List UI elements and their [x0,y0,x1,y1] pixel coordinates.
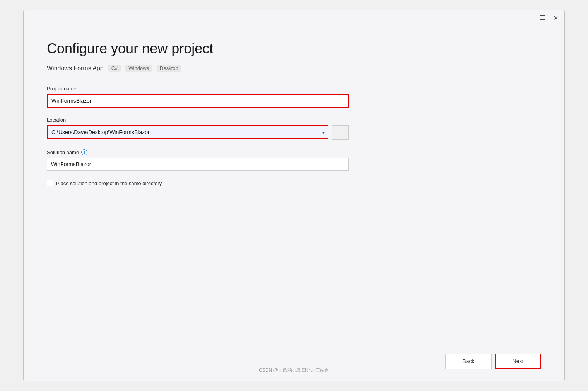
info-icon[interactable]: i [81,149,87,155]
tag-desktop: Desktop [157,65,181,72]
tag-csharp: C# [108,65,121,72]
footer: Back Next [24,346,564,381]
same-directory-row: Place solution and project in the same d… [47,180,349,186]
form-section: Project name Location C:\Users\Dave\Desk… [47,86,349,186]
tag-windows: Windows [125,65,152,72]
solution-name-input[interactable] [47,158,349,171]
solution-name-label: Solution name i [47,149,349,155]
back-button[interactable]: Back [445,354,492,369]
close-button[interactable]: ✕ [551,14,560,22]
location-group: Location C:\Users\Dave\Desktop\WinFormsB… [47,117,349,140]
title-bar: 🗖 ✕ [24,10,564,25]
subtitle-row: Windows Forms App C# Windows Desktop [47,65,541,72]
solution-name-group: Solution name i [47,149,349,171]
maximize-button[interactable]: 🗖 [538,14,547,22]
page-title: Configure your new project [47,41,541,57]
location-input[interactable]: C:\Users\Dave\Desktop\WinFormsBlazor [47,125,328,139]
same-directory-label: Place solution and project in the same d… [56,180,162,186]
location-label: Location [47,117,349,123]
project-name-label: Project name [47,86,349,92]
project-name-input[interactable] [47,94,349,108]
location-input-wrapper: C:\Users\Dave\Desktop\WinFormsBlazor ▼ [47,125,328,140]
main-window: 🗖 ✕ Configure your new project Windows F… [23,10,565,381]
footer-buttons: Back Next [445,354,541,369]
browse-button[interactable]: ... [332,125,349,140]
project-name-group: Project name [47,86,349,108]
same-directory-checkbox[interactable] [47,180,53,186]
next-button[interactable]: Next [495,354,541,369]
location-row: C:\Users\Dave\Desktop\WinFormsBlazor ▼ .… [47,125,349,140]
app-type-label: Windows Forms App [47,65,104,72]
watermark: CSDN @自己的九又四分之三站台 [259,367,329,374]
main-content: Configure your new project Windows Forms… [24,25,564,346]
